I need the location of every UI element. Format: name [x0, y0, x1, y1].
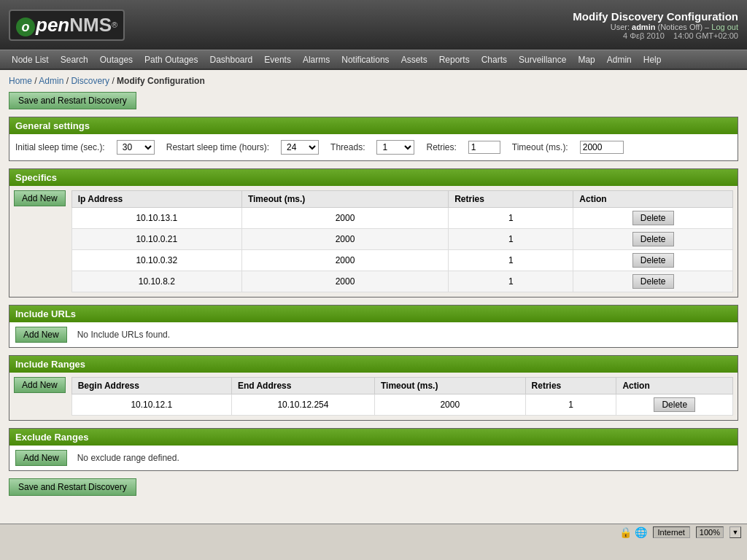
delete-button[interactable]: Delete: [632, 274, 674, 289]
nav-charts[interactable]: Charts: [476, 52, 513, 68]
action-cell: Delete: [573, 271, 733, 292]
general-settings-header: General settings: [9, 117, 738, 134]
delete-button[interactable]: Delete: [632, 211, 674, 225]
initial-sleep-label: Initial sleep time (sec.):: [15, 142, 105, 152]
nav-help[interactable]: Help: [638, 52, 667, 68]
nav-notifications[interactable]: Notifications: [336, 52, 395, 68]
logout-link[interactable]: Log out: [711, 23, 738, 31]
delete-button[interactable]: Delete: [632, 253, 674, 268]
include-ranges-section: Include Ranges Add New Begin Address End…: [9, 355, 738, 421]
exclude-ranges-add-new-button[interactable]: Add New: [15, 450, 67, 466]
action-cell: Delete: [573, 250, 733, 271]
time: 14:00 GMT+02:00: [673, 31, 738, 40]
include-ranges-table: Begin Address End Address Timeout (ms.) …: [71, 377, 733, 416]
nav-path-outages[interactable]: Path Outages: [139, 52, 204, 68]
browser-icon: 🌐: [635, 526, 647, 538]
restart-sleep-select[interactable]: 24 12 6: [281, 140, 319, 155]
nav-events[interactable]: Events: [258, 52, 297, 68]
specifics-body: Add New Ip Address Timeout (ms.) Retries…: [9, 186, 738, 297]
include-ranges-body: Add New Begin Address End Address Timeou…: [9, 373, 738, 420]
zoom-label: 100%: [696, 526, 724, 538]
include-ranges-add-new-button[interactable]: Add New: [14, 377, 66, 393]
nav-surveillance[interactable]: Surveillance: [513, 52, 572, 68]
retries-label: Retries:: [426, 142, 456, 152]
specifics-add-new-button[interactable]: Add New: [14, 190, 66, 206]
table-row: 10.10.8.2 2000 1 Delete: [71, 271, 732, 292]
ip-address-cell: 10.10.0.21: [71, 229, 241, 250]
retries-cell: 1: [449, 250, 573, 271]
zone-label: Internet: [653, 526, 690, 538]
user-line: User: admin (Notices Off) – Log out: [573, 23, 738, 31]
end-address-cell: 10.10.12.254: [231, 394, 374, 416]
table-row: 10.10.0.32 2000 1 Delete: [71, 250, 732, 271]
include-ranges-content: Add New Begin Address End Address Timeou…: [14, 377, 733, 416]
action-cell: Delete: [573, 229, 733, 250]
table-row: 10.10.12.1 10.10.12.254 2000 1 Delete: [71, 394, 732, 416]
retries-cell: 1: [449, 271, 573, 292]
nav-search[interactable]: Search: [55, 52, 94, 68]
logo-nms: NMS: [69, 14, 112, 36]
timeout-input[interactable]: 2000: [580, 141, 624, 154]
save-restart-button-top[interactable]: Save and Restart Discovery: [9, 92, 136, 109]
nav-outages[interactable]: Outages: [94, 52, 139, 68]
table-row: 10.10.0.21 2000 1 Delete: [71, 229, 732, 250]
delete-button[interactable]: Delete: [654, 397, 695, 412]
action-cell: Delete: [616, 394, 733, 416]
exclude-ranges-content: Add New No exclude range defined.: [15, 450, 732, 466]
threads-select[interactable]: 1 2 4: [376, 140, 414, 155]
page-title: Modify Discovery Configuration: [573, 10, 738, 23]
include-urls-header: Include URLs: [9, 306, 738, 322]
timeout-cell: 2000: [241, 271, 448, 292]
breadcrumb-discovery[interactable]: Discovery: [71, 76, 109, 86]
logo-pen: pen: [36, 14, 69, 36]
nav-reports[interactable]: Reports: [433, 52, 476, 68]
col-end-address: End Address: [231, 378, 374, 394]
include-urls-content: Add New No Include URLs found.: [15, 327, 732, 343]
nav-map[interactable]: Map: [572, 52, 600, 68]
initial-sleep-select[interactable]: 30 60 120: [117, 140, 155, 155]
breadcrumb-home[interactable]: Home: [9, 76, 32, 86]
logo-text: open: [16, 14, 69, 36]
col-timeout: Timeout (ms.): [374, 378, 525, 394]
retries-input[interactable]: 1: [468, 141, 500, 154]
save-restart-button-bottom[interactable]: Save and Restart Discovery: [9, 478, 136, 496]
nav-node-list[interactable]: Node List: [6, 52, 55, 68]
retries-cell: 1: [449, 229, 573, 250]
retries-cell: 1: [525, 394, 616, 416]
restart-sleep-label: Restart sleep time (hours):: [166, 142, 269, 152]
include-urls-add-new-button[interactable]: Add New: [15, 327, 67, 343]
specifics-table: Ip Address Timeout (ms.) Retries Action …: [71, 190, 733, 292]
username: admin: [632, 23, 655, 31]
timeout-cell: 2000: [374, 394, 525, 416]
include-urls-section: Include URLs Add New No Include URLs fou…: [9, 305, 738, 348]
include-urls-body: Add New No Include URLs found.: [9, 322, 738, 347]
date: 4 Φεβ 2010: [623, 31, 665, 40]
nav-alarms[interactable]: Alarms: [297, 52, 336, 68]
action-cell: Delete: [573, 208, 733, 229]
include-ranges-header: Include Ranges: [9, 356, 738, 373]
include-urls-no-data: No Include URLs found.: [77, 330, 170, 340]
ip-address-cell: 10.10.8.2: [71, 271, 241, 292]
begin-address-cell: 10.10.12.1: [71, 394, 231, 416]
footer: 🔒 🌐 Internet 100% ▼: [0, 524, 747, 540]
logo-o: o: [16, 18, 35, 36]
specifics-table-wrap: Ip Address Timeout (ms.) Retries Action …: [71, 190, 733, 292]
col-timeout: Timeout (ms.): [241, 191, 448, 208]
nav-dashboard[interactable]: Dashboard: [204, 52, 259, 68]
timeout-label: Timeout (ms.):: [512, 142, 568, 152]
zoom-dropdown-button[interactable]: ▼: [729, 526, 741, 538]
col-action: Action: [616, 378, 733, 394]
nav-admin[interactable]: Admin: [601, 52, 638, 68]
breadcrumb-admin[interactable]: Admin: [39, 76, 63, 86]
general-settings-row: Initial sleep time (sec.): 30 60 120 Res…: [15, 140, 732, 155]
breadcrumb-current: Modify Configuration: [117, 76, 205, 86]
exclude-ranges-no-data: No exclude range defined.: [77, 453, 179, 463]
nav-assets[interactable]: Assets: [395, 52, 433, 68]
status-bar: 🔒 🌐 Internet 100% ▼: [619, 526, 741, 538]
specifics-header: Specifics: [9, 169, 738, 186]
header-info: Modify Discovery Configuration User: adm…: [573, 10, 738, 40]
specifics-section: Specifics Add New Ip Address Timeout (ms…: [9, 168, 738, 298]
delete-button[interactable]: Delete: [632, 232, 674, 246]
include-ranges-table-wrap: Begin Address End Address Timeout (ms.) …: [71, 377, 733, 416]
timeout-cell: 2000: [241, 250, 448, 271]
